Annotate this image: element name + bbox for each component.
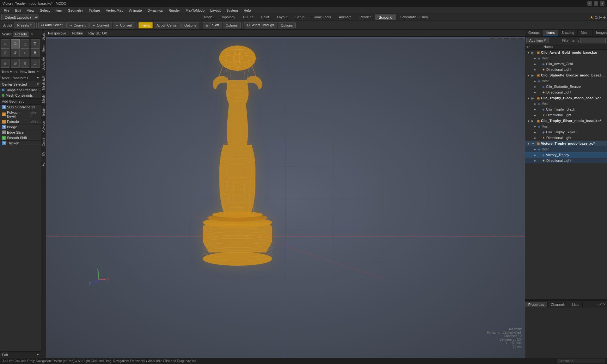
list-item[interactable]: ● ☀ Directional Light (525, 89, 607, 95)
star-button[interactable]: ★ (590, 15, 593, 20)
close-button[interactable]: × (600, 1, 604, 6)
list-item[interactable]: ● ◈ Clio_Award_Gold (525, 61, 607, 67)
convert-button-2[interactable]: ↔ Convert (89, 22, 112, 28)
tab-topology[interactable]: Topology (218, 15, 239, 20)
items-list[interactable]: ● ▶ ▣ Clio_Award_Gold_modo_base.lxo ● ◈ … (525, 50, 607, 299)
layout-selector[interactable]: Default Layouts ▾ (1, 15, 39, 20)
expand-props-button[interactable]: ⤢ (599, 302, 602, 306)
viewport-mode[interactable]: Perspective (48, 31, 66, 35)
tab-scripting[interactable]: Scripting (375, 15, 396, 20)
side-tab-mesh[interactable]: Mesh (41, 92, 46, 105)
viewport[interactable]: Perspective Texture Ray GL: Off ⊞ ⊙ ⊡ ◎ … (46, 30, 525, 358)
tab-paint[interactable]: Paint (257, 15, 273, 20)
list-item[interactable]: ● ▼ ▣ Victory_Trophy_modo_base.lxo* (525, 141, 607, 146)
tab-items[interactable]: Items (543, 30, 558, 36)
menu-texture[interactable]: Texture (86, 8, 103, 13)
eye-icon[interactable]: ● (533, 130, 537, 134)
list-item[interactable]: ● ◈ Mesh (525, 146, 607, 152)
eye-icon[interactable]: ● (533, 67, 537, 72)
presets-button-left[interactable]: Presets (13, 32, 29, 37)
menu-maxtomodo[interactable]: MaxToModo (183, 8, 207, 13)
auto-select-button[interactable]: ⊙ Auto Select (38, 22, 65, 28)
list-item[interactable]: ● ▶ ▣ Clio_Award_Gold_modo_base.lxo (525, 50, 607, 55)
tab-properties[interactable]: Properties (525, 302, 548, 307)
eye-icon[interactable]: ● (526, 73, 531, 77)
action-center-button[interactable]: Action Center (154, 22, 181, 28)
add-item-button[interactable]: Add Item ▾ (526, 38, 549, 43)
list-item[interactable]: ● ☀ Directional Light (525, 67, 607, 72)
list-item[interactable]: ● ☀ Directional Light (525, 135, 607, 141)
menu-edit[interactable]: Edit (13, 8, 24, 13)
menu-render[interactable]: Render (166, 8, 182, 13)
eye-icon[interactable]: ● (533, 101, 537, 106)
plus-button[interactable]: + (596, 303, 598, 306)
list-item[interactable]: ● ◈ Clio_Trophy_Silver (525, 129, 607, 135)
list-item[interactable]: ● ◈ Victory_Trophy (525, 152, 607, 158)
options-button-1[interactable]: Options (181, 22, 199, 28)
edit-dropdown[interactable]: Edit ▾ (0, 351, 41, 358)
tab-model[interactable]: Model (200, 15, 217, 20)
command-input[interactable] (557, 359, 604, 363)
tool-icon-select[interactable]: ○ (1, 39, 9, 48)
eye-icon[interactable]: ● (526, 50, 531, 55)
menu-select[interactable]: Select (37, 8, 52, 13)
tab-game-tools[interactable]: Game Tools (309, 15, 335, 20)
presets-button[interactable]: Presets ▾ (15, 22, 35, 28)
expand-icon[interactable]: ▶ (531, 119, 536, 123)
side-tab-mesh-edit[interactable]: Mesh Edit (41, 73, 46, 92)
eye-icon[interactable]: ● (526, 141, 531, 146)
tool-icon-transform[interactable]: ⊕ (1, 48, 9, 57)
tab-uvedit[interactable]: UvEdit (239, 15, 257, 20)
list-item[interactable]: ● ◈ Clio_Trophy_Black (525, 106, 607, 112)
menu-view[interactable]: View (24, 8, 37, 13)
tab-mesh[interactable]: Mesh (578, 30, 593, 36)
filter-input[interactable] (580, 38, 606, 43)
menu-vertex-map[interactable]: Vertex Map (103, 8, 126, 13)
eye-icon[interactable]: ● (533, 84, 537, 89)
item-menu[interactable]: Item Menu: New Item ▾ (0, 69, 41, 75)
tab-groups[interactable]: Groups (525, 30, 543, 36)
expand-icon[interactable]: ▼ (531, 142, 536, 145)
side-tab-fur[interactable]: Fur (41, 159, 46, 169)
side-tab-polygon[interactable]: Polygon (41, 118, 46, 135)
menu-help[interactable]: Help (241, 8, 254, 13)
eye-icon[interactable]: ● (526, 118, 531, 123)
eye-icon[interactable]: ● (533, 113, 537, 117)
falloff-button[interactable]: ◎ Falloff (203, 22, 222, 28)
menu-animate[interactable]: Animate (126, 8, 144, 13)
eye-icon[interactable]: ● (533, 79, 537, 83)
presets-close[interactable]: ✕ (30, 32, 33, 36)
eye-icon[interactable]: ● (533, 158, 537, 163)
eye-icon[interactable]: ● (533, 124, 537, 129)
tool-icon-rotate[interactable]: △ (21, 39, 29, 48)
side-tab-basic[interactable]: Basic (41, 30, 46, 43)
tab-shading[interactable]: Shading (558, 30, 578, 36)
eye-icon[interactable]: ● (526, 96, 531, 100)
list-item[interactable]: ● ☀ Directional Light (525, 158, 607, 163)
list-item[interactable]: ● ◈ Mesh (525, 78, 607, 84)
eye-icon[interactable]: ● (533, 136, 537, 140)
tab-setup[interactable]: Setup (291, 15, 308, 20)
tab-render[interactable]: Render (356, 15, 375, 20)
eye-icon[interactable]: ● (533, 107, 537, 112)
menu-file[interactable]: File (1, 8, 12, 13)
tab-channels[interactable]: Channels (548, 302, 569, 307)
sds-subdivide[interactable]: ⊞ SDS Subdivide 2x (0, 105, 41, 110)
bridge[interactable]: ⊟ Bridge (0, 124, 41, 130)
viewport-shading[interactable]: Texture (71, 31, 83, 35)
extrude[interactable]: ↑ Extrude Shift-X (0, 119, 41, 124)
side-tab-duplicate[interactable]: Duplicate (41, 54, 46, 73)
menu-dynamics[interactable]: Dynamics (145, 8, 165, 13)
polygon-bevel[interactable]: ◇ Polygon Bevel Shift-B (0, 110, 41, 119)
minimize-button[interactable]: − (587, 1, 592, 6)
expand-icon[interactable]: ▶ (531, 96, 536, 100)
tool-icon-cylinder[interactable]: ⊠ (21, 59, 29, 68)
tool-icon-move[interactable]: ⊙ (11, 39, 20, 48)
add-layout-button[interactable]: + (603, 15, 606, 20)
list-item[interactable]: ● ▶ ▣ Clio_Trophy_Black_modo_base.lxo* (525, 95, 607, 101)
options-button-2[interactable]: Options (223, 22, 241, 28)
tool-icon-mirror[interactable]: ↺ (11, 48, 20, 57)
list-item[interactable]: ● ▶ ▣ Clio_Statuette_Bronze_modo_base.lx… (525, 72, 607, 78)
tool-icon-plane[interactable]: ⊡ (31, 59, 40, 68)
eye-icon[interactable]: ● (533, 62, 537, 66)
